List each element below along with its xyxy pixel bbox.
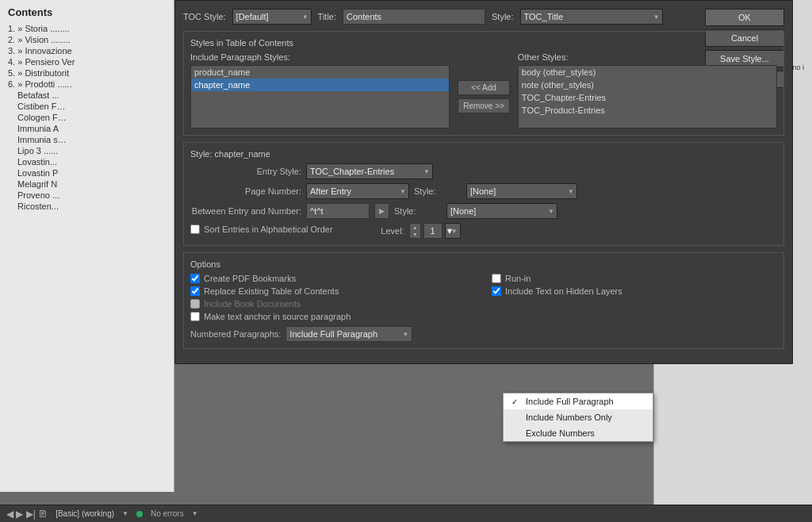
- toc-style-wrapper: [Default]: [232, 9, 312, 25]
- dropdown-item-full-paragraph[interactable]: ✓ Include Full Paragraph: [504, 393, 653, 409]
- level-spinner[interactable]: ▲ ▼: [409, 223, 421, 239]
- status-dot-icon: [136, 511, 143, 517]
- include-styles-label: Include Paragraph Styles:: [190, 52, 450, 62]
- add-remove-column: << Add Remove >>: [458, 52, 510, 129]
- level-dropdown[interactable]: ▼: [445, 223, 461, 239]
- make-anchor-label: Make text anchor in source paragraph: [204, 312, 350, 321]
- other-styles-label: Other Styles:: [518, 52, 777, 62]
- np-select-value: Include Full Paragraph: [289, 329, 377, 339]
- include-book-label: Include Book Documents: [204, 299, 301, 309]
- run-in-row: Run-in: [492, 274, 777, 283]
- list-item: Lovastin...: [5, 156, 169, 167]
- remove-button[interactable]: Remove >>: [458, 98, 510, 113]
- numbered-paragraphs-select[interactable]: Include Full Paragraph ▼: [285, 326, 412, 342]
- create-pdf-checkbox[interactable]: [190, 274, 200, 283]
- list-item: 4. » Pensiero Ver: [5, 56, 169, 67]
- run-in-checkbox[interactable]: [492, 274, 501, 283]
- run-in-label: Run-in: [505, 274, 530, 283]
- title-input[interactable]: [343, 9, 485, 25]
- between-entry-arrow[interactable]: ▶: [374, 203, 389, 219]
- include-hidden-label: Include Text on Hidden Layers: [505, 286, 622, 296]
- page-number-label: Page Number:: [190, 186, 301, 196]
- list-item: Proveno ...: [5, 190, 169, 201]
- page-num-style-select[interactable]: [None]: [466, 183, 577, 199]
- sort-level-row: Sort Entries in Alphabetical Order Level…: [190, 223, 777, 239]
- styles-in-toc-section: Styles in Table of Contents Include Para…: [183, 31, 784, 136]
- numbered-paragraphs-label: Numbered Paragraphs:: [190, 329, 281, 339]
- style-chapter-title: Style: chapter_name: [190, 149, 777, 159]
- style-chapter-section: Style: chapter_name Entry Style: TOC_Cha…: [183, 142, 784, 246]
- toc-style-label: TOC Style:: [183, 12, 226, 21]
- list-item: Ricosten...: [5, 201, 169, 212]
- list-item: 3. » Innovazione: [5, 45, 169, 56]
- list-item: Betafast ...: [5, 90, 169, 101]
- contents-title: Contents: [5, 6, 169, 18]
- options-section: Options Create PDF Bookmarks Run-in Repl…: [183, 252, 784, 349]
- toc-style-select[interactable]: [Default]: [232, 9, 312, 25]
- listbox-item-note[interactable]: note (other_styles): [519, 79, 776, 91]
- level-label: Level:: [365, 226, 404, 236]
- numbered-paragraphs-dropdown[interactable]: ✓ Include Full Paragraph Include Numbers…: [503, 393, 653, 442]
- listbox-item-body[interactable]: body (other_styles): [519, 66, 776, 79]
- replace-existing-checkbox[interactable]: [190, 286, 200, 296]
- left-panel: Contents 1. » Storia ........ 2. » Visio…: [0, 0, 174, 492]
- list-item: 2. » Vision ........: [5, 34, 169, 45]
- list-item: Lovastin P: [5, 167, 169, 178]
- make-anchor-checkbox[interactable]: [190, 312, 200, 321]
- page-number-row: Page Number: After Entry Style: [None]: [190, 183, 777, 199]
- between-entry-row: Between Entry and Number: ▶ Style: [None…: [190, 203, 777, 219]
- title-style-wrapper: TOC_Title: [520, 9, 663, 25]
- entry-style-wrapper: TOC_Chapter-Entries: [306, 163, 433, 179]
- dropdown-item-numbers-only[interactable]: Include Numbers Only: [504, 409, 653, 425]
- list-item: Cistiben F…: [5, 101, 169, 112]
- replace-existing-row: Replace Existing Table of Contents: [190, 286, 476, 296]
- toc-dialog: OK Cancel Save Style... Fewer Options TO…: [174, 0, 793, 364]
- np-select-arrow-icon: ▼: [402, 331, 408, 338]
- list-item: Immunia A: [5, 123, 169, 134]
- entry-style-select[interactable]: TOC_Chapter-Entries: [306, 163, 433, 179]
- dropdown-item-exclude-numbers[interactable]: Exclude Numbers: [504, 425, 653, 441]
- between-style-wrapper: [None]: [446, 203, 557, 219]
- checkmark-icon: ✓: [511, 397, 521, 406]
- listbox-item-product-name[interactable]: product_name: [191, 66, 449, 79]
- listbox-item-chapter-name[interactable]: chapter_name: [191, 79, 449, 91]
- create-pdf-row: Create PDF Bookmarks: [190, 274, 476, 283]
- page-number-select[interactable]: After Entry: [306, 183, 409, 199]
- ok-button[interactable]: OK: [705, 9, 784, 26]
- between-entry-input[interactable]: [306, 203, 370, 219]
- include-styles-listbox[interactable]: product_name chapter_name: [190, 65, 450, 129]
- listbox-item-toc-product[interactable]: TOC_Product-Entries: [519, 104, 776, 117]
- level-down-btn[interactable]: ▼: [410, 231, 420, 238]
- page-num-style-label: Style:: [414, 186, 462, 196]
- entry-style-row: Entry Style: TOC_Chapter-Entries: [190, 163, 777, 179]
- list-item: Cologen F…: [5, 112, 169, 123]
- between-style-select[interactable]: [None]: [446, 203, 557, 219]
- between-style-label: Style:: [394, 206, 442, 216]
- title-style-select[interactable]: TOC_Title: [520, 9, 663, 25]
- title-label: Title:: [318, 12, 336, 21]
- entry-style-label: Entry Style:: [190, 167, 301, 176]
- other-styles-listbox[interactable]: body (other_styles) note (other_styles) …: [518, 65, 777, 129]
- level-input[interactable]: 1: [423, 223, 442, 239]
- listbox-item-toc-chapter[interactable]: TOC_Chapter-Entries: [519, 91, 776, 104]
- sort-checkbox[interactable]: [190, 225, 200, 234]
- styles-in-toc-title: Styles in Table of Contents: [190, 38, 777, 48]
- status-bar: ◀ ▶ ▶| 🖹 [Basic] (working) ▼ No errors ▼: [0, 505, 812, 522]
- dropdown-item-label: Exclude Numbers: [526, 428, 595, 438]
- add-button[interactable]: << Add: [458, 80, 510, 95]
- level-row: Level: ▲ ▼ 1 ▼: [365, 223, 461, 239]
- include-hidden-checkbox[interactable]: [492, 286, 501, 296]
- options-grid: Create PDF Bookmarks Run-in Replace Exis…: [190, 274, 777, 309]
- include-styles-column: Include Paragraph Styles: product_name c…: [190, 52, 450, 129]
- include-book-checkbox: [190, 299, 200, 309]
- page-number-wrapper: After Entry: [306, 183, 409, 199]
- replace-existing-label: Replace Existing Table of Contents: [204, 286, 339, 296]
- list-item: Melagrif N: [5, 178, 169, 190]
- page-num-style-wrapper: [None]: [466, 183, 577, 199]
- dropdown-item-label: Include Full Paragraph: [526, 397, 614, 406]
- list-item: Lipo 3 ......: [5, 145, 169, 156]
- level-control: ▲ ▼ 1 ▼: [409, 223, 461, 239]
- options-title: Options: [190, 259, 777, 269]
- sort-label: Sort Entries in Alphabetical Order: [204, 225, 333, 234]
- level-up-btn[interactable]: ▲: [410, 224, 420, 231]
